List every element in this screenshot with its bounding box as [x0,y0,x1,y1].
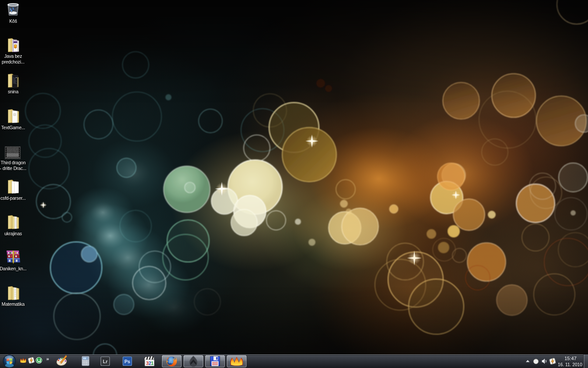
svg-text:15:47: 15:47 [564,356,577,361]
svg-text:»: » [46,356,49,361]
svg-text:8: 8 [87,357,88,360]
svg-text:Lr: Lr [103,359,108,364]
svg-text:Ps: Ps [124,359,130,364]
svg-text:1: 1 [151,361,154,366]
svg-text:16. 11. 2010: 16. 11. 2010 [558,362,582,367]
